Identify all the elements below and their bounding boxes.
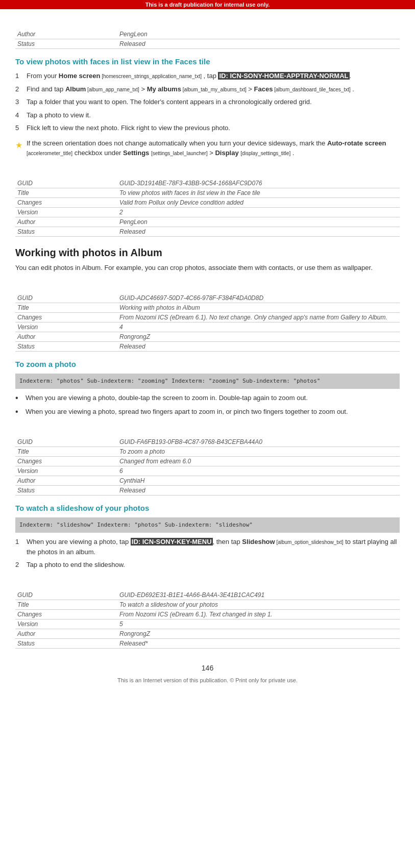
list-item: 2Find and tap Album [album_app_name_txt]… [15, 84, 400, 94]
list-item: 4Tap a photo to view it. [15, 110, 400, 120]
meta-label: Changes [15, 609, 117, 619]
bold-text: Home screen [59, 72, 101, 80]
step-content: When you are viewing a photo, tap ID: IC… [27, 537, 400, 557]
bold-text: Slideshow [242, 538, 275, 545]
meta-label: Title [15, 303, 117, 313]
list-item: •When you are viewing a photo, spread tw… [15, 407, 400, 417]
meta-value: GUID-3D1914BE-78F3-43BB-9C54-1668AFC9D07… [117, 179, 400, 188]
step-content: From your Home screen [homescreen_string… [27, 71, 400, 81]
step-content: Find and tap Album [album_app_name_txt] … [27, 84, 400, 94]
bold-text: My albums [147, 85, 181, 93]
meta-value: GUID-FA6FB193-0FB8-4C87-9768-B43CEFBA44A… [117, 437, 400, 447]
list-item: 2Tap a photo to end the slideshow. [15, 560, 400, 570]
step-number: 4 [15, 110, 27, 120]
meta-label: Status [15, 486, 117, 495]
footer-text: This is an Internet version of this publ… [15, 677, 400, 683]
meta-label: Author [15, 476, 117, 486]
section2-intro: You can edit photos in Album. For exampl… [15, 263, 400, 274]
meta-value: PengLeon [117, 217, 400, 227]
section4-steps: 1When you are viewing a photo, tap ID: I… [15, 537, 400, 570]
meta-value: To zoom a photo [117, 447, 400, 457]
meta-label: Author [15, 30, 117, 39]
meta-label: Title [15, 188, 117, 197]
meta-label: Author [15, 629, 117, 638]
top-meta-table: AuthorPengLeonStatusReleased [15, 30, 400, 49]
annotation-text: [homescreen_strings_application_name_txt… [101, 73, 202, 79]
tip-box: ★ If the screen orientation does not cha… [15, 138, 400, 158]
meta-value: Released* [117, 638, 400, 648]
meta-label: GUID [15, 293, 117, 303]
meta-value: From Nozomi ICS (eDream 6.1). Text chang… [117, 609, 400, 619]
section3-heading: To zoom a photo [15, 360, 400, 368]
step-content: Tap a folder that you want to open. The … [27, 97, 400, 107]
meta-value: GUID-ADC46697-50D7-4C66-978F-F384F4DA0D8… [117, 293, 400, 303]
banner-text: This is a draft publication for internal… [145, 2, 270, 8]
step-number: 1 [15, 537, 27, 547]
meta-label: Status [15, 227, 117, 236]
list-item: •When you are viewing a photo, double-ta… [15, 393, 400, 404]
meta-label: Author [15, 217, 117, 227]
meta-value: To watch a slideshow of your photos [117, 600, 400, 609]
step-number: 5 [15, 123, 27, 133]
meta-label: Version [15, 207, 117, 217]
bullet-text: When you are viewing a photo, double-tap… [26, 393, 308, 403]
section1-meta-table: GUIDGUID-3D1914BE-78F3-43BB-9C54-1668AFC… [15, 179, 400, 237]
bold-text: Album [65, 85, 86, 93]
step-content: Flick left to view the next photo. Flick… [27, 123, 400, 133]
list-item: 5Flick left to view the next photo. Flic… [15, 123, 400, 133]
list-item: 1When you are viewing a photo, tap ID: I… [15, 537, 400, 557]
meta-label: Status [15, 39, 117, 49]
list-item: 1From your Home screen [homescreen_strin… [15, 71, 400, 81]
meta-value: Released [117, 227, 400, 236]
meta-value: 6 [117, 466, 400, 476]
meta-value: 4 [117, 323, 400, 332]
highlight-text: ID: ICN-SONY-KEY-MENU [131, 538, 213, 545]
highlight-text: ID: ICN-SONY-HOME-APPTRAY-NORMAL [218, 72, 349, 80]
meta-value: PengLeon [117, 30, 400, 39]
meta-value: RongrongZ [117, 629, 400, 638]
annotation-text: [album_option_slideshow_txt] [275, 539, 344, 545]
meta-value: From Nozomi ICS (eDream 6.1). No text ch… [117, 313, 400, 323]
annotation-text: [album_app_name_txt] [86, 87, 139, 92]
meta-label: GUID [15, 179, 117, 188]
section2-heading: Working with photos in Album [15, 247, 400, 259]
meta-value: Changed from edream 6.0 [117, 457, 400, 466]
section4-heading: To watch a slideshow of your photos [15, 504, 400, 512]
section3-meta-table: GUIDGUID-FA6FB193-0FB8-4C87-9768-B43CEFB… [15, 437, 400, 495]
meta-label: Version [15, 619, 117, 629]
section3-code-block: Indexterm: "photos" Sub-indexterm: "zoom… [15, 374, 400, 389]
draft-banner: This is a draft publication for internal… [0, 0, 415, 9]
meta-label: GUID [15, 590, 117, 600]
meta-value: 5 [117, 619, 400, 629]
tip-text: If the screen orientation does not chang… [27, 138, 400, 158]
step-content: Tap a photo to view it. [27, 110, 400, 120]
meta-value: 2 [117, 207, 400, 217]
meta-label: Status [15, 342, 117, 352]
section2-meta-table: GUIDGUID-ADC46697-50D7-4C66-978F-F384F4D… [15, 293, 400, 352]
meta-value: Released [117, 342, 400, 352]
meta-value: Valid from Pollux only Device condition … [117, 197, 400, 207]
tip-icon: ★ [15, 139, 22, 152]
bold-text: Faces [254, 85, 273, 93]
meta-label: Changes [15, 313, 117, 323]
meta-label: GUID [15, 437, 117, 447]
list-item: 3Tap a folder that you want to open. The… [15, 97, 400, 107]
bullet-marker: • [15, 407, 26, 417]
section3-bullets: •When you are viewing a photo, double-ta… [15, 393, 400, 417]
meta-label: Changes [15, 197, 117, 207]
section4-code-block: Indexterm: "slideshow" Indexterm: "photo… [15, 517, 400, 533]
meta-label: Version [15, 466, 117, 476]
meta-label: Version [15, 323, 117, 332]
step-number: 1 [15, 71, 27, 81]
meta-value: To view photos with faces in list view i… [117, 188, 400, 197]
meta-value: GUID-ED692E31-B1E1-4A66-BA4A-3E41B1CAC49… [117, 590, 400, 600]
section4-meta-table: GUIDGUID-ED692E31-B1E1-4A66-BA4A-3E41B1C… [15, 590, 400, 649]
step-number: 2 [15, 560, 27, 570]
annotation-text: [album_tab_my_albums_txt] [181, 87, 247, 92]
meta-value: RongrongZ [117, 332, 400, 342]
step-number: 2 [15, 84, 27, 94]
meta-value: Released [117, 39, 400, 49]
meta-label: Title [15, 600, 117, 609]
meta-value: Released [117, 486, 400, 495]
bullet-text: When you are viewing a photo, spread two… [26, 407, 348, 417]
